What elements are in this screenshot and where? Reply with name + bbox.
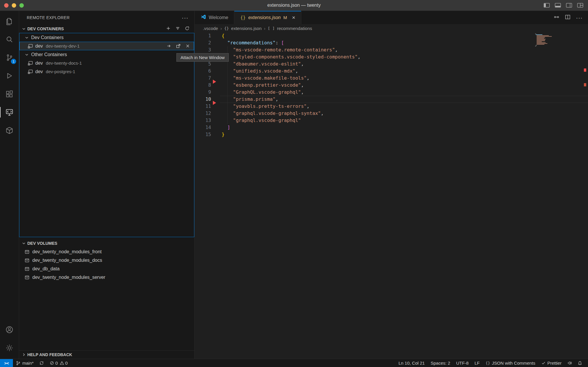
line-number: 1 xyxy=(195,32,211,39)
section-actions xyxy=(166,26,194,32)
code-line[interactable]: 7 "ms-vscode.makefile-tools", xyxy=(195,75,588,82)
container-name: dev xyxy=(35,69,43,74)
refresh-icon[interactable] xyxy=(185,26,190,32)
sidebar-title: REMOTE EXPLORER xyxy=(27,15,70,20)
breadcrumb-symbol[interactable]: recommendations xyxy=(277,26,312,31)
settings-gear-icon[interactable] xyxy=(0,339,19,357)
dev-containers-icon[interactable] xyxy=(0,121,19,140)
zoom-window-button[interactable] xyxy=(19,3,24,8)
tree-group[interactable]: Dev Containers xyxy=(19,33,194,42)
breadcrumb-file[interactable]: extensions.json xyxy=(231,26,261,31)
volume-tree-row[interactable]: dev_db_data xyxy=(19,264,194,273)
code-line[interactable]: 12 "graphql.vscode-graphql-syntax", xyxy=(195,110,588,117)
attach-in-new-window-icon[interactable] xyxy=(176,43,181,48)
remote-explorer-icon[interactable] xyxy=(0,103,19,121)
volume-tree-row[interactable]: dev_twenty_node_modules_front xyxy=(19,247,194,256)
code-line[interactable]: 11 "yoavbls.pretty-ts-errors", xyxy=(195,103,588,110)
volume-tree-row[interactable]: dev_twenty_node_modules_server xyxy=(19,273,194,281)
customize-layout-icon[interactable] xyxy=(577,3,583,8)
extensions-icon[interactable] xyxy=(0,85,19,103)
sidebar-more-actions-icon[interactable]: ··· xyxy=(182,16,188,19)
code-editor[interactable]: 1{2 "recommendations": [3 "ms-vscode-rem… xyxy=(195,32,588,359)
code-line[interactable]: 15} xyxy=(195,131,588,138)
new-dev-container-icon[interactable] xyxy=(166,26,171,32)
code-line[interactable]: 14 ] xyxy=(195,124,588,131)
tab-welcome[interactable]: Welcome xyxy=(195,11,234,24)
git-branch-status[interactable]: main* xyxy=(13,359,36,367)
code-line[interactable]: 4 "styled-components.vscode-styled-compo… xyxy=(195,53,588,61)
volume-icon xyxy=(24,275,30,280)
code-line[interactable]: 13 "graphql.vscode-graphql" xyxy=(195,117,588,124)
git-branch-icon xyxy=(16,361,21,366)
volume-name: dev_twenty_node_modules_docs xyxy=(32,258,102,263)
dev-containers-section-header[interactable]: DEV CONTAINERS xyxy=(19,24,194,33)
breadcrumb-folder[interactable]: .vscode xyxy=(203,26,218,31)
git-deleted-lines-marker xyxy=(213,80,216,84)
formatter-label: Prettier xyxy=(547,361,562,366)
split-editor-icon[interactable] xyxy=(565,14,571,21)
search-icon[interactable] xyxy=(0,30,19,48)
close-tab-icon[interactable]: × xyxy=(292,15,295,20)
container-tree-row[interactable]: devdev-twenty-docs-1 xyxy=(19,59,194,67)
volume-name: dev_db_data xyxy=(32,266,60,272)
sync-icon xyxy=(39,361,44,365)
code-line[interactable]: 8 "esbenp.prettier-vscode", xyxy=(195,82,588,89)
formatter-status[interactable]: Prettier xyxy=(538,359,564,367)
code-line[interactable]: 5 "dbaeumer.vscode-eslint", xyxy=(195,61,588,68)
tree-group[interactable]: Other Containers xyxy=(19,50,194,59)
accounts-icon[interactable] xyxy=(0,321,19,339)
encoding-status[interactable]: UTF-8 xyxy=(453,359,472,367)
code-line[interactable]: 2 "recommendations": [ xyxy=(195,39,588,46)
cursor-position-status[interactable]: Ln 10, Col 21 xyxy=(395,359,427,367)
code-text: { xyxy=(222,32,225,39)
source-control-icon[interactable]: 1 xyxy=(0,48,19,67)
notifications-bell-icon[interactable] xyxy=(575,359,585,367)
run-and-debug-icon[interactable] xyxy=(0,67,19,85)
minimize-window-button[interactable] xyxy=(12,3,16,8)
remote-indicator[interactable]: >< xyxy=(0,359,13,367)
volume-tree-row[interactable]: dev_twenty_node_modules_docs xyxy=(19,256,194,264)
help-and-feedback-label: HELP AND FEEDBACK xyxy=(27,352,72,357)
indentation-status[interactable]: Spaces: 2 xyxy=(428,359,453,367)
language-mode-status[interactable]: {} JSON with Comments xyxy=(482,359,538,367)
dev-volumes-section-label: DEV VOLUMES xyxy=(27,241,57,246)
line-number: 10 xyxy=(195,96,211,103)
container-tree-row[interactable]: devdev-postgres-1 xyxy=(19,67,194,76)
sidebar-title-row: REMOTE EXPLORER ··· xyxy=(19,11,194,24)
attach-to-container-icon[interactable] xyxy=(166,43,171,48)
dev-volumes-section-header[interactable]: DEV VOLUMES xyxy=(19,239,194,247)
eol-status[interactable]: LF xyxy=(472,359,483,367)
open-changes-icon[interactable] xyxy=(554,14,559,21)
feedback-icon[interactable] xyxy=(564,359,575,367)
code-line[interactable]: 9 "GraphQL.vscode-graphql", xyxy=(195,89,588,96)
toggle-panel-icon[interactable] xyxy=(555,3,561,8)
toggle-secondary-sidebar-icon[interactable] xyxy=(566,3,572,8)
close-window-button[interactable] xyxy=(4,3,9,8)
code-line[interactable]: 3 "ms-vscode-remote.remote-containers", xyxy=(195,46,588,53)
filter-icon[interactable] xyxy=(175,26,180,32)
stop-container-icon[interactable] xyxy=(185,43,190,48)
sync-status[interactable] xyxy=(36,359,47,367)
breadcrumb: .vscode › {} extensions.json › [ ] recom… xyxy=(195,24,588,32)
code-line[interactable]: 6 "unifiedjs.vscode-mdx", xyxy=(195,68,588,75)
more-actions-icon[interactable]: ··· xyxy=(576,16,583,19)
status-bar-right: Ln 10, Col 21 Spaces: 2 UTF-8 LF {} JSON… xyxy=(395,359,588,367)
minimap-line xyxy=(537,39,546,39)
line-number: 12 xyxy=(195,110,211,117)
chevron-down-icon[interactable] xyxy=(24,35,29,40)
container-tree-row[interactable]: devdev-twenty-dev-1 xyxy=(19,42,194,50)
code-text: "yoavbls.pretty-ts-errors", xyxy=(222,103,310,110)
tab-extensions-json[interactable]: {} extensions.json M × xyxy=(234,11,301,24)
code-line[interactable]: 10 "prisma.prisma", xyxy=(195,96,588,103)
minimap-line xyxy=(537,37,545,38)
explorer-icon[interactable] xyxy=(0,12,19,30)
problems-status[interactable]: 0 0 xyxy=(47,359,71,367)
chevron-right-icon[interactable] xyxy=(21,352,26,357)
help-and-feedback-section-header[interactable]: HELP AND FEEDBACK xyxy=(19,350,194,359)
toggle-primary-sidebar-icon[interactable] xyxy=(544,3,550,8)
minimap[interactable] xyxy=(535,33,560,47)
chevron-down-icon[interactable] xyxy=(21,241,26,246)
chevron-down-icon[interactable] xyxy=(21,26,26,31)
chevron-down-icon[interactable] xyxy=(24,52,29,57)
code-line[interactable]: 1{ xyxy=(195,32,588,39)
